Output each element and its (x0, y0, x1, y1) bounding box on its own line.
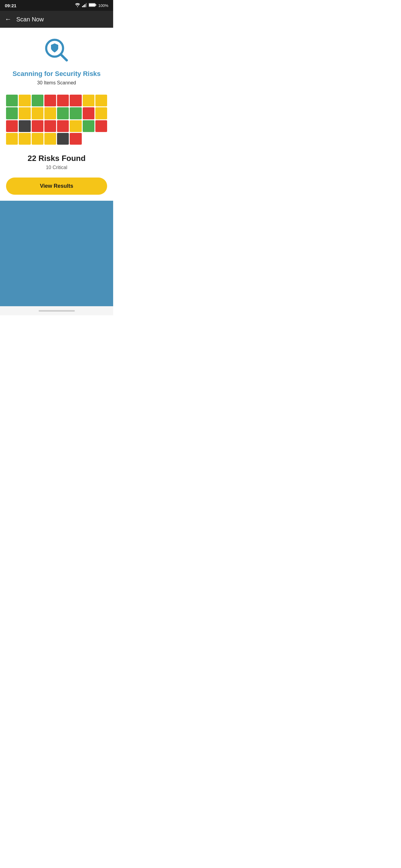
scan-cell-r3-c4 (57, 133, 69, 145)
scan-cell-r3-c7 (95, 133, 107, 145)
scan-cell-r1-c7 (95, 107, 107, 119)
scan-cell-r3-c2 (32, 133, 44, 145)
scan-cell-r2-c7 (95, 120, 107, 132)
scan-cell-r0-c2 (32, 95, 44, 106)
status-icons: 100% (75, 3, 108, 8)
scan-cell-r1-c0 (6, 107, 18, 119)
back-button[interactable]: ← (5, 16, 11, 23)
scan-cell-r2-c0 (6, 120, 18, 132)
status-time: 09:21 (5, 3, 16, 8)
scan-cell-r1-c5 (70, 107, 82, 119)
scan-cell-r3-c3 (45, 133, 56, 145)
battery-percentage: 100% (98, 3, 108, 8)
scan-cell-r0-c6 (83, 95, 94, 106)
scan-cell-r3-c5 (70, 133, 82, 145)
scan-cell-r0-c1 (19, 95, 30, 106)
wifi-icon (75, 3, 80, 8)
svg-rect-6 (89, 4, 95, 6)
svg-rect-3 (86, 3, 87, 7)
view-results-button[interactable]: View Results (6, 178, 107, 195)
signal-icon (82, 3, 87, 8)
scan-cell-r2-c1 (19, 120, 30, 132)
scan-cell-r3-c1 (19, 133, 30, 145)
scan-cell-r1-c4 (57, 107, 69, 119)
svg-line-8 (61, 55, 67, 60)
scan-cell-r1-c1 (19, 107, 30, 119)
scan-cell-r0-c7 (95, 95, 107, 106)
svg-rect-0 (82, 6, 83, 7)
scan-cell-r1-c3 (45, 107, 56, 119)
status-bar: 09:21 100% (0, 0, 113, 11)
scan-cell-r2-c6 (83, 120, 94, 132)
svg-rect-2 (85, 4, 85, 7)
main-content: Scanning for Security Risks 30 Items Sca… (0, 28, 113, 201)
svg-rect-5 (95, 4, 96, 6)
home-bar (39, 310, 75, 312)
blue-section (0, 201, 113, 306)
scan-cell-r0-c0 (6, 95, 18, 106)
risks-critical: 10 Critical (46, 165, 67, 170)
scan-cell-r1-c6 (83, 107, 94, 119)
items-scanned-count: 30 Items Scanned (37, 80, 76, 86)
scan-cell-r2-c5 (70, 120, 82, 132)
scan-cell-r0-c4 (57, 95, 69, 106)
scan-cell-r2-c3 (45, 120, 56, 132)
battery-icon (89, 3, 96, 8)
svg-rect-1 (83, 5, 84, 7)
scanner-icon (43, 37, 70, 65)
scan-cell-r3-c6 (83, 133, 94, 145)
scan-grid (6, 95, 107, 145)
risks-found: 22 Risks Found (27, 154, 85, 163)
top-bar: ← Scan Now (0, 11, 113, 28)
scan-cell-r3-c0 (6, 133, 18, 145)
scan-cell-r2-c2 (32, 120, 44, 132)
scan-cell-r2-c4 (57, 120, 69, 132)
scanning-title: Scanning for Security Risks (12, 70, 101, 78)
page-title: Scan Now (16, 16, 44, 23)
scan-cell-r1-c2 (32, 107, 44, 119)
scan-cell-r0-c5 (70, 95, 82, 106)
home-indicator (0, 306, 113, 315)
scan-cell-r0-c3 (45, 95, 56, 106)
